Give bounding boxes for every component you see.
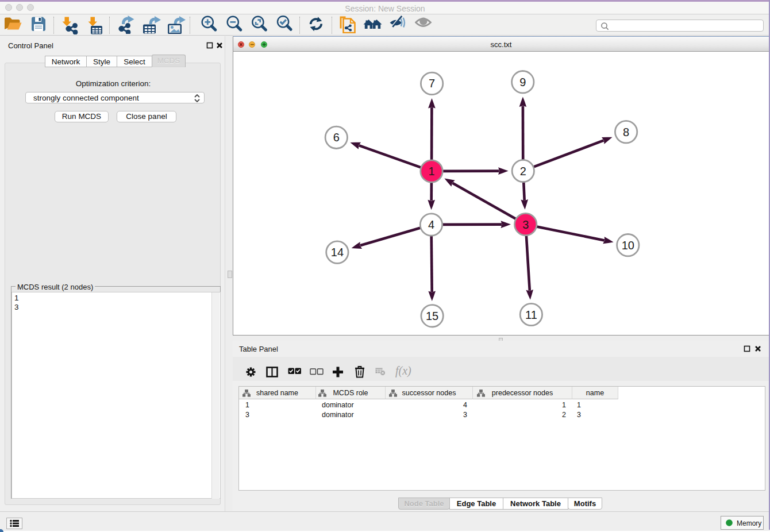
svg-text:8: 8: [623, 126, 629, 138]
svg-text:11: 11: [525, 309, 537, 321]
svg-text:10: 10: [622, 239, 634, 252]
svg-text:9: 9: [519, 76, 526, 88]
svg-text:1: 1: [428, 165, 434, 178]
svg-text:3: 3: [522, 218, 529, 231]
svg-text:14: 14: [331, 246, 344, 259]
svg-text:7: 7: [429, 77, 435, 90]
svg-text:6: 6: [333, 131, 340, 144]
svg-text:4: 4: [428, 218, 434, 231]
svg-text:2: 2: [520, 165, 526, 178]
svg-text:15: 15: [426, 310, 438, 322]
